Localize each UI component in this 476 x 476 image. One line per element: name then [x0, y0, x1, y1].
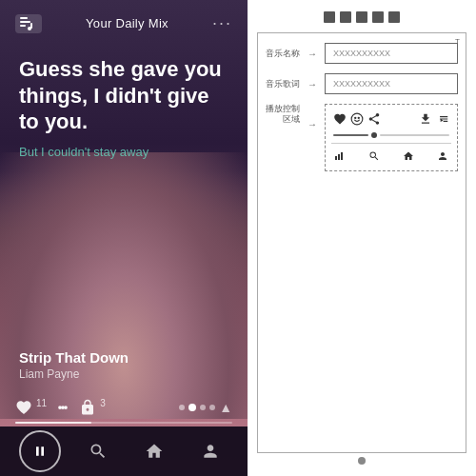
svg-point-7 — [65, 407, 67, 408]
indicator-2 — [340, 11, 351, 23]
song-artist: Liam Payne — [19, 367, 129, 381]
progress-dot-3 — [200, 405, 206, 410]
expand-arrow[interactable]: ▲ — [219, 400, 232, 415]
svg-rect-11 — [335, 156, 337, 160]
top-indicators — [257, 11, 466, 23]
bottom-controls: 11 3 — [0, 399, 248, 424]
like-count: 11 — [36, 398, 47, 408]
svg-point-9 — [355, 117, 356, 118]
control-area-label: 播放控制 区域 — [266, 104, 300, 125]
player-header: Your Daily Mix ··· — [0, 0, 248, 41]
music-lyrics-label: 音乐歌词 — [266, 79, 300, 89]
header-menu[interactable]: ··· — [212, 13, 232, 33]
profile-nav-icon — [201, 442, 220, 461]
svg-point-10 — [358, 117, 359, 118]
wf-home-icon[interactable] — [400, 148, 417, 165]
music-player-panel: Your Daily Mix ··· Guess she gave you th… — [0, 0, 248, 476]
wf-playlist-icon[interactable] — [434, 110, 451, 128]
wireframe-content: T 音乐名称 → XXXXXXXXXX 音乐歌词 → XXXXXXXXXX 播放… — [257, 32, 466, 453]
svg-point-4 — [28, 27, 31, 30]
share-button[interactable]: 3 — [79, 399, 106, 416]
wireframe-panel: T 音乐名称 → XXXXXXXXXX 音乐歌词 → XXXXXXXXXX 播放… — [248, 0, 476, 476]
wf-profile-icon[interactable] — [434, 148, 451, 165]
profile-nav-button[interactable] — [191, 432, 229, 470]
search-nav-button[interactable] — [79, 432, 117, 470]
progress-thumb[interactable] — [371, 132, 377, 138]
svg-rect-2 — [20, 25, 26, 27]
wf-heart-icon[interactable] — [331, 110, 348, 128]
svg-point-8 — [351, 113, 363, 125]
arrow-3: → — [307, 119, 317, 129]
svg-rect-13 — [341, 152, 343, 160]
action-buttons-left: 11 3 — [15, 399, 106, 416]
music-name-label: 音乐名称 — [266, 49, 300, 59]
wf-download-icon[interactable] — [417, 110, 434, 128]
share-count: 3 — [100, 398, 106, 408]
lyrics-section: Guess she gave you things, I didn't give… — [0, 41, 248, 159]
wf-share-icon[interactable] — [366, 110, 383, 128]
indicator-5 — [388, 11, 400, 23]
pause-button[interactable] — [19, 430, 61, 472]
sub-lyrics: But I couldn't stay away — [19, 145, 228, 159]
music-lyrics-input[interactable]: XXXXXXXXXX — [325, 73, 458, 94]
wf-progress-row — [331, 132, 451, 138]
playback-icon-row-top — [331, 110, 451, 128]
svg-point-5 — [59, 407, 61, 408]
home-nav-icon — [145, 442, 164, 461]
progress-dot-1 — [179, 405, 185, 410]
svg-rect-12 — [338, 154, 340, 160]
music-lyrics-row: 音乐歌词 → XXXXXXXXXX — [266, 73, 458, 94]
song-info: Strip That Down Liam Payne — [19, 349, 129, 381]
bottom-page-indicator — [358, 457, 366, 465]
wf-emoji-icon[interactable] — [348, 110, 366, 128]
indicator-1 — [324, 11, 335, 23]
pause-icon — [32, 444, 48, 459]
comment-button[interactable] — [54, 399, 71, 416]
time-indicator: T — [455, 37, 460, 46]
like-button[interactable]: 11 — [15, 399, 47, 416]
progress-remaining — [380, 134, 449, 136]
bottom-navigation — [0, 426, 248, 476]
playback-dashed-box — [325, 104, 458, 171]
music-name-input[interactable]: XXXXXXXXXX — [325, 43, 458, 64]
progress-indicators: ▲ — [179, 400, 232, 415]
progress-bar[interactable] — [15, 422, 232, 424]
header-title: Your Daily Mix — [86, 16, 169, 30]
song-title: Strip That Down — [19, 349, 129, 366]
playback-controls-row: 播放控制 区域 → — [266, 104, 458, 171]
comment-icon — [54, 399, 71, 416]
wf-search-icon[interactable] — [366, 148, 383, 165]
indicator-3 — [356, 11, 367, 23]
music-name-row: 音乐名称 → XXXXXXXXXX — [266, 43, 458, 64]
search-nav-icon — [89, 442, 108, 461]
svg-rect-0 — [20, 17, 28, 19]
indicator-4 — [372, 11, 384, 23]
heart-icon — [15, 399, 32, 416]
share-icon — [79, 399, 96, 416]
arrow-2: → — [307, 79, 317, 89]
progress-dot-2 — [188, 404, 196, 411]
main-lyrics: Guess she gave you things, I didn't give… — [19, 56, 228, 135]
svg-point-6 — [62, 407, 64, 408]
home-nav-button[interactable] — [135, 432, 173, 470]
action-row: 11 3 — [15, 399, 232, 416]
progress-filled — [333, 134, 368, 136]
progress-dot-4 — [209, 405, 215, 410]
arrow-1: → — [307, 49, 317, 59]
svg-rect-1 — [20, 21, 30, 23]
wf-bars-icon[interactable] — [331, 148, 348, 165]
app-logo — [15, 14, 42, 33]
wf-bottom-nav-row — [331, 143, 451, 165]
